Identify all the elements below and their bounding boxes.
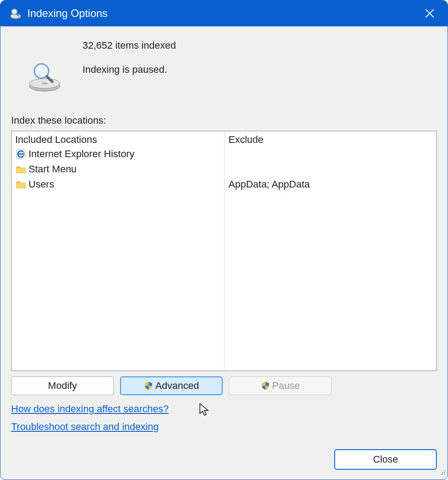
modify-button[interactable]: Modify <box>11 376 114 395</box>
included-locations-column: Included Locations Internet Explorer His… <box>12 131 225 371</box>
indexing-state-text: Indexing is paused. <box>83 64 176 75</box>
troubleshoot-link[interactable]: Troubleshoot search and indexing <box>11 421 437 433</box>
list-item-label: Start Menu <box>29 163 77 175</box>
exclude-header: Exclude <box>228 134 433 146</box>
action-button-row: Modify Advanced <box>11 376 437 395</box>
exclude-value <box>228 162 433 177</box>
locations-list[interactable]: Included Locations Internet Explorer His… <box>11 131 437 371</box>
svg-point-8 <box>41 83 48 85</box>
folder-icon <box>15 179 27 190</box>
help-link-searches[interactable]: How does indexing affect searches? <box>11 403 437 415</box>
list-item[interactable]: Internet Explorer History <box>15 146 221 162</box>
close-icon <box>425 8 435 18</box>
exclude-value <box>228 146 433 162</box>
indexing-status-icon <box>25 57 65 97</box>
button-label: Close <box>373 454 398 465</box>
advanced-button[interactable]: Advanced <box>120 376 223 395</box>
exclude-column: Exclude AppData; AppData <box>225 131 436 371</box>
svg-point-16 <box>444 472 445 473</box>
svg-point-10 <box>37 67 42 70</box>
list-item-label: Internet Explorer History <box>29 148 134 160</box>
svg-point-19 <box>444 474 445 475</box>
svg-point-14 <box>444 470 445 471</box>
list-item[interactable]: Start Menu <box>15 162 221 177</box>
list-item[interactable]: Users <box>15 177 221 192</box>
search-drive-icon <box>8 6 23 21</box>
help-links: How does indexing affect searches? Troub… <box>11 403 437 433</box>
dialog-close-row: Close <box>334 449 437 470</box>
exclude-value: AppData; AppData <box>228 177 433 192</box>
svg-point-15 <box>442 472 443 473</box>
svg-point-18 <box>442 474 443 475</box>
content-area: 32,652 items indexed Indexing is paused.… <box>0 26 448 448</box>
window-title: Indexing Options <box>27 7 419 20</box>
svg-point-17 <box>440 474 441 475</box>
included-locations-header: Included Locations <box>15 134 221 146</box>
folder-icon <box>15 163 27 175</box>
resize-grip-icon[interactable] <box>439 467 446 478</box>
ie-icon <box>15 148 27 160</box>
button-label: Modify <box>48 380 77 392</box>
pause-button: Pause <box>229 376 332 395</box>
shield-icon <box>144 381 153 391</box>
items-indexed-count: 32,652 items indexed <box>83 40 176 51</box>
indexing-options-window: Indexing Options 32,652 items in <box>0 0 448 480</box>
shield-icon <box>261 381 270 391</box>
list-item-label: Users <box>29 179 54 190</box>
titlebar-close-button[interactable] <box>419 3 440 24</box>
status-block: 32,652 items indexed Indexing is paused. <box>11 40 437 97</box>
button-label: Pause <box>272 380 300 392</box>
titlebar[interactable]: Indexing Options <box>0 0 448 26</box>
close-button[interactable]: Close <box>334 449 437 470</box>
index-locations-label: Index these locations: <box>11 115 437 126</box>
button-label: Advanced <box>155 380 199 392</box>
